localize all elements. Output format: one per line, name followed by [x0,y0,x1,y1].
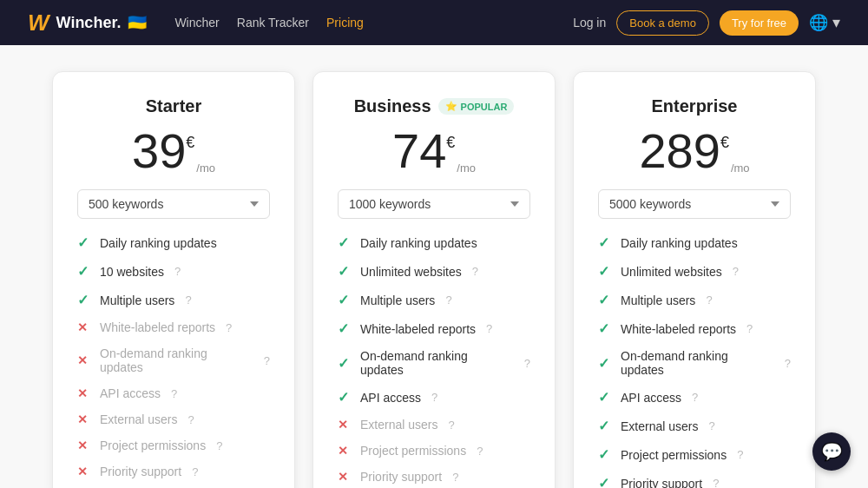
feature-label: API access [100,386,161,400]
feature-item: ✓Daily ranking updates [598,234,791,251]
info-icon[interactable]: ? [706,293,712,307]
plan-header-1: Business⭐POPULAR 74 € /mo [338,96,530,175]
price-period: /mo [457,162,476,175]
feature-label: Project permissions [621,448,727,462]
cross-icon: ✕ [77,320,91,334]
nav-link-wincher[interactable]: Wincher [174,16,219,30]
keywords-select-0[interactable]: 500 keywords1000 keywords2000 keywords [77,189,270,219]
feature-item: ✓Multiple users? [598,292,791,308]
feature-label: Unlimited websites [360,265,462,279]
plan-name-1: Business⭐POPULAR [338,96,530,116]
info-icon[interactable]: ? [171,387,177,400]
plan-card-enterprise: Enterprise 289 € /mo 5000 keywords10000 … [573,71,816,488]
keywords-select-2[interactable]: 5000 keywords10000 keywords20000 keyword… [598,189,791,219]
chat-icon: 💬 [821,441,843,462]
plan-header-0: Starter 39 € /mo [77,96,270,175]
info-icon[interactable]: ? [524,357,530,370]
info-icon[interactable]: ? [733,265,739,278]
plan-price-1: 74 € /mo [338,127,530,175]
info-icon[interactable]: ? [692,391,698,404]
feature-label: Multiple users [360,293,435,307]
check-icon: ✓ [598,292,612,308]
check-icon: ✓ [338,263,352,280]
info-icon[interactable]: ? [713,477,719,488]
feature-item: ✓Multiple users? [77,292,270,308]
info-icon[interactable]: ? [448,419,454,432]
logo[interactable]: W Wincher. 🇺🇦 [28,10,147,36]
feature-label: Priority support [360,470,442,484]
check-icon: ✓ [338,355,352,372]
check-icon: ✓ [598,355,612,372]
keywords-select-1[interactable]: 1000 keywords2000 keywords5000 keywords [338,189,530,219]
feature-label: On-demand ranking updates [360,349,514,377]
feature-label: White-labeled reports [621,322,736,336]
try-free-button[interactable]: Try for free [720,10,799,36]
info-icon[interactable]: ? [785,357,791,370]
language-selector[interactable]: 🌐 ▾ [809,13,840,32]
check-icon: ✓ [598,234,612,251]
nav-links: Wincher Rank Tracker Pricing [174,16,363,30]
check-icon: ✓ [598,263,612,280]
login-link[interactable]: Log in [573,16,606,30]
feature-label: Priority support [621,477,702,489]
feature-label: Project permissions [360,444,466,458]
info-icon[interactable]: ? [226,321,232,334]
cross-icon: ✕ [77,439,91,452]
check-icon: ✓ [77,234,91,251]
price-number: 289 [639,127,720,175]
price-number: 74 [392,127,446,175]
feature-item: ✕White-labeled reports? [77,320,270,334]
info-icon[interactable]: ? [708,419,714,432]
feature-item: ✕On-demand ranking updates? [77,346,270,374]
cross-icon: ✕ [338,444,352,458]
plan-header-2: Enterprise 289 € /mo [598,96,791,175]
nav-link-rank-tracker[interactable]: Rank Tracker [237,16,309,30]
info-icon[interactable]: ? [486,322,492,335]
feature-item: ✓10 websites? [77,263,270,280]
info-icon[interactable]: ? [187,413,194,426]
feature-item: ✕Priority support? [77,465,270,478]
feature-label: External users [100,412,177,426]
chat-bubble-button[interactable]: 💬 [812,432,851,471]
info-icon[interactable]: ? [216,439,222,452]
cross-icon: ✕ [77,386,91,400]
price-currency: € [446,134,455,152]
feature-label: On-demand ranking updates [100,346,253,374]
cross-icon: ✕ [338,418,352,432]
feature-label: Unlimited websites [621,265,722,279]
feature-item: ✓Daily ranking updates [338,234,530,251]
feature-item: ✓API access? [598,389,791,406]
plan-name-2: Enterprise [598,96,791,116]
logo-w: W [28,10,49,36]
feature-label: Multiple users [621,293,695,307]
price-period: /mo [731,162,750,175]
feature-item: ✓On-demand ranking updates? [598,349,791,377]
book-demo-button[interactable]: Book a demo [616,10,709,36]
info-icon[interactable]: ? [264,354,270,367]
feature-label: On-demand ranking updates [621,349,774,377]
feature-label: 10 websites [100,265,164,279]
check-icon: ✓ [77,292,91,308]
feature-label: External users [621,419,698,433]
feature-item: ✕API access? [77,386,270,400]
check-icon: ✓ [338,389,352,406]
feature-item: ✓External users? [598,418,791,434]
check-icon: ✓ [338,292,352,308]
feature-item: ✓White-labeled reports? [338,320,530,337]
info-icon[interactable]: ? [452,471,458,484]
info-icon[interactable]: ? [472,265,478,278]
price-currency: € [186,134,194,152]
price-currency: € [720,134,729,152]
info-icon[interactable]: ? [185,293,191,307]
info-icon[interactable]: ? [431,391,437,404]
cross-icon: ✕ [338,470,352,484]
info-icon[interactable]: ? [746,322,753,335]
feature-item: ✓Unlimited websites? [338,263,530,280]
info-icon[interactable]: ? [445,293,451,307]
info-icon[interactable]: ? [737,448,743,461]
info-icon[interactable]: ? [192,465,198,478]
nav-link-pricing[interactable]: Pricing [326,16,364,30]
check-icon: ✓ [338,320,352,337]
info-icon[interactable]: ? [477,445,483,458]
info-icon[interactable]: ? [174,265,181,278]
